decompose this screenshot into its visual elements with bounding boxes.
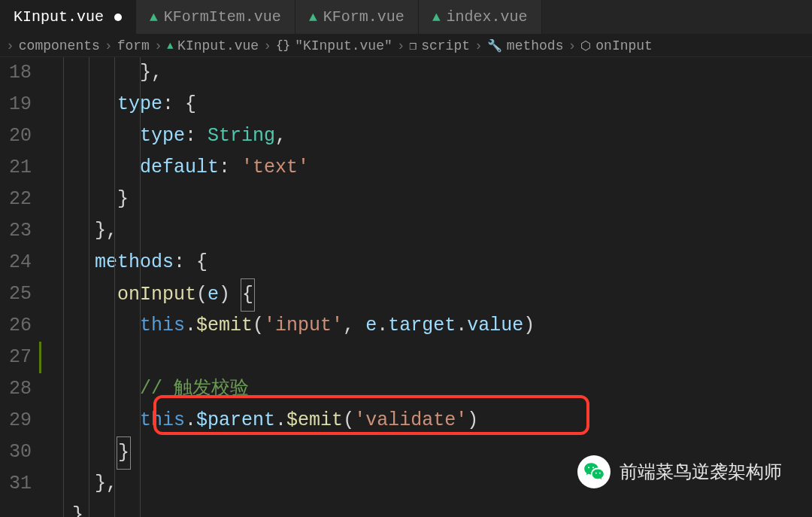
code-line: },: [50, 57, 812, 89]
breadcrumb-item[interactable]: methods: [507, 38, 564, 53]
line-number: 30: [0, 436, 32, 468]
chevron-right-icon: ›: [474, 38, 483, 53]
line-number: 27: [0, 342, 32, 373]
breadcrumb-item[interactable]: KInput.vue: [177, 38, 259, 53]
code-line: }: [50, 500, 812, 517]
box-icon: ⬡: [580, 38, 591, 53]
code-line: [50, 342, 812, 373]
line-number: 25: [0, 278, 32, 310]
line-number: 20: [0, 120, 32, 152]
line-number: 29: [0, 405, 32, 436]
chevron-right-icon: ›: [105, 38, 113, 53]
chevron-right-icon: ›: [397, 38, 405, 53]
code-content[interactable]: }, type: { type: String, default: 'text'…: [42, 57, 812, 517]
indent-guide: [140, 57, 141, 517]
vue-icon: ▼: [167, 40, 173, 52]
breadcrumb-item[interactable]: script: [421, 38, 470, 53]
code-line: },: [50, 215, 812, 247]
code-line: this.$parent.$emit('validate'): [50, 405, 812, 436]
vue-icon: ▼: [432, 10, 441, 25]
code-line: type: {: [50, 89, 812, 120]
line-number: 24: [0, 247, 32, 278]
tab-kform[interactable]: ▼ KForm.vue: [295, 0, 419, 34]
code-line: type: String,: [50, 120, 812, 152]
tab-label: KFormItem.vue: [164, 8, 281, 26]
line-number: 23: [0, 215, 32, 247]
watermark: 前端菜鸟逆袭架构师: [577, 455, 782, 488]
breadcrumb-item[interactable]: form: [117, 38, 150, 53]
line-number: 21: [0, 152, 32, 184]
line-number: 31: [0, 468, 32, 500]
cube-icon: ❒: [410, 38, 417, 53]
line-number: 26: [0, 310, 32, 342]
line-number: 28: [0, 373, 32, 405]
chevron-right-icon: ›: [6, 38, 14, 53]
chevron-right-icon: ›: [154, 38, 162, 53]
tab-label: KInput.vue: [14, 8, 104, 26]
code-line: onInput(e) {: [50, 278, 812, 310]
code-line: // 触发校验: [50, 373, 812, 405]
tab-label: KForm.vue: [323, 8, 404, 26]
code-line: methods: {: [50, 247, 812, 278]
watermark-text: 前端菜鸟逆袭架构师: [620, 460, 782, 484]
tab-kformitem[interactable]: ▼ KFormItem.vue: [136, 0, 295, 34]
wrench-icon: 🔧: [487, 38, 502, 53]
editor-area: 18 19 20 21 22 23 24 25 26 27 28 29 30 3…: [0, 57, 812, 517]
vue-icon: ▼: [309, 10, 317, 25]
braces-icon: {}: [276, 39, 290, 53]
vue-icon: ▼: [150, 10, 158, 25]
breadcrumb: › components › form › ▼ KInput.vue › {} …: [0, 35, 812, 57]
indent-guide: [89, 57, 89, 517]
code-line: }: [50, 184, 812, 215]
tab-index[interactable]: ▼ index.vue: [419, 0, 542, 34]
chevron-right-icon: ›: [263, 38, 271, 53]
breadcrumb-item[interactable]: components: [19, 38, 100, 53]
tab-label: index.vue: [447, 8, 528, 26]
code-line: default: 'text': [50, 152, 812, 184]
code-line: this.$emit('input', e.target.value): [50, 310, 812, 342]
editor-tabs: KInput.vue ▼ KFormItem.vue ▼ KForm.vue ▼…: [0, 0, 812, 35]
wechat-icon: [577, 455, 611, 488]
tab-kinput[interactable]: KInput.vue: [0, 0, 136, 34]
line-number: 18: [0, 57, 32, 89]
indent-guide: [63, 57, 64, 517]
indent-guide: [114, 57, 115, 517]
line-gutter: 18 19 20 21 22 23 24 25 26 27 28 29 30 3…: [0, 57, 42, 517]
line-number: 19: [0, 89, 32, 120]
modified-dot-icon: [114, 14, 122, 21]
breadcrumb-item[interactable]: "KInput.vue": [295, 38, 392, 53]
change-indicator: [39, 342, 41, 373]
line-number: 22: [0, 184, 32, 215]
chevron-right-icon: ›: [568, 38, 576, 53]
breadcrumb-item[interactable]: onInput: [595, 38, 653, 53]
